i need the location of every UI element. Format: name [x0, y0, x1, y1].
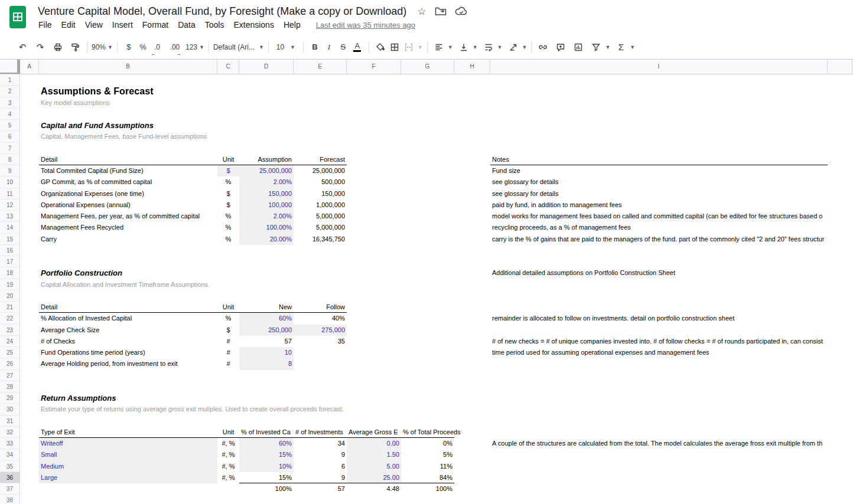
cell-C26[interactable]: #	[217, 358, 239, 369]
cell-B15[interactable]: Carry	[39, 234, 217, 245]
cell-C13[interactable]: %	[217, 211, 239, 222]
redo-icon[interactable]: ↷	[33, 40, 47, 54]
print-icon[interactable]	[51, 40, 65, 54]
cell-C21[interactable]: Unit	[217, 302, 239, 313]
cell-B26[interactable]: Average Holding period, from investment …	[39, 358, 217, 369]
cell-E21[interactable]: Follow	[294, 302, 347, 313]
menu-format[interactable]: Format	[142, 20, 168, 30]
cell-I8[interactable]: Notes	[490, 154, 828, 165]
format-percent-button[interactable]: %	[136, 40, 150, 54]
cell-B25[interactable]: Fund Operations time period (years)	[39, 347, 217, 358]
cell-G35[interactable]: 11%	[401, 461, 454, 472]
cell-B18[interactable]: Portfolio Construction	[39, 267, 217, 279]
cell-B8[interactable]: Detail	[39, 154, 217, 165]
column-header-overflow[interactable]	[828, 60, 852, 74]
cloud-status-icon[interactable]	[455, 6, 468, 16]
cell-F37[interactable]: 4.48	[347, 483, 401, 495]
column-header-D[interactable]: D	[239, 60, 294, 74]
cell-E14[interactable]: 5,000,000	[294, 222, 347, 233]
menu-help[interactable]: Help	[284, 20, 301, 30]
fill-color-icon[interactable]	[373, 40, 388, 54]
cell-B12[interactable]: Operational Expenses (annual)	[39, 199, 217, 211]
filter-views-dropdown[interactable]: ▼	[605, 44, 610, 50]
menu-data[interactable]: Data	[178, 20, 196, 30]
document-title[interactable]: Venture Capital Model, Overall Fund, by …	[38, 5, 406, 18]
cell-D37[interactable]: 100%	[239, 483, 294, 495]
cell-E33[interactable]: 34	[294, 438, 347, 449]
cell-I13[interactable]: model works for management fees based on…	[490, 211, 828, 222]
cell-B19[interactable]: Capital Allocation and Investment Timefr…	[39, 279, 217, 290]
cell-E23[interactable]: 275,000	[294, 325, 347, 336]
cell-I12[interactable]: paid by fund, in addition to management …	[490, 199, 828, 211]
cell-E8[interactable]: Forecast	[294, 154, 347, 165]
cell-D15[interactable]: 20.00%	[239, 234, 294, 245]
cell-B2[interactable]: Assumptions & Forecast	[39, 86, 217, 97]
column-header-A[interactable]: A	[20, 60, 39, 74]
cell-G36[interactable]: 84%	[401, 472, 454, 483]
cell-D8[interactable]: Assumption	[239, 154, 294, 165]
increase-decimal-button[interactable]: .00→	[168, 40, 182, 54]
cell-I33[interactable]: A couple of the structures are calculate…	[490, 438, 828, 449]
cell-B33[interactable]: Writeoff	[39, 438, 217, 449]
cell-B35[interactable]: Medium	[39, 461, 217, 472]
cell-C12[interactable]: $	[217, 199, 239, 211]
cell-I18[interactable]: Additional detailed assumptions on Portf…	[490, 267, 828, 279]
cell-B3[interactable]: Key model assumptions	[39, 97, 217, 109]
cell-I11[interactable]: see glossary for details	[490, 188, 828, 199]
menu-extensions[interactable]: Extensions	[233, 20, 274, 30]
cell-B6[interactable]: Capital, Management Fees, base Fund-leve…	[39, 131, 217, 142]
cell-B22[interactable]: % Allocation of Invested Capital	[39, 313, 217, 324]
insert-comment-icon[interactable]	[554, 40, 568, 54]
menu-tools[interactable]: Tools	[205, 20, 224, 30]
cell-F33[interactable]: 0.00	[347, 438, 401, 449]
column-header-F[interactable]: F	[347, 60, 401, 74]
cell-E24[interactable]: 35	[294, 336, 347, 347]
cell-G33[interactable]: 0%	[401, 438, 454, 449]
menu-view[interactable]: View	[85, 20, 103, 30]
cell-D14[interactable]: 100.00%	[239, 222, 294, 233]
cell-I22[interactable]: remainder is allocated to follow on inve…	[490, 313, 828, 324]
last-edit-link[interactable]: Last edit was 35 minutes ago	[316, 21, 415, 30]
cell-G34[interactable]: 5%	[401, 449, 454, 460]
cell-D36[interactable]: 15%	[239, 472, 294, 483]
cell-C24[interactable]: #	[217, 336, 239, 347]
format-currency-button[interactable]: $	[122, 40, 136, 54]
text-rotation-icon[interactable]	[506, 40, 520, 54]
horizontal-align-dropdown[interactable]: ▼	[448, 44, 453, 50]
menu-insert[interactable]: Insert	[112, 20, 133, 30]
text-color-button[interactable]: A	[350, 40, 364, 54]
cell-B23[interactable]: Average Check Size	[39, 325, 217, 336]
cell-D26[interactable]: 8	[239, 358, 294, 369]
cell-D33[interactable]: 60%	[239, 438, 294, 449]
cell-D9[interactable]: 25,000,000	[239, 165, 294, 176]
font-size-select[interactable]: 10▼	[273, 40, 299, 54]
move-folder-icon[interactable]	[435, 6, 447, 16]
cell-I25[interactable]: time period used for assuming operationa…	[490, 347, 828, 358]
cell-D13[interactable]: 2.00%	[239, 211, 294, 222]
cell-B34[interactable]: Small	[39, 449, 217, 460]
cell-C25[interactable]: #	[217, 347, 239, 358]
font-select[interactable]: Default (Ari...▼	[213, 40, 264, 54]
decrease-decimal-button[interactable]: .0←	[150, 40, 164, 54]
cell-B29[interactable]: Return Assumptions	[39, 392, 217, 404]
cell-C23[interactable]: $	[217, 325, 239, 336]
cell-C15[interactable]: %	[217, 234, 239, 245]
cell-C36[interactable]: #, %	[217, 472, 239, 483]
cell-D35[interactable]: 10%	[239, 461, 294, 472]
cell-G37[interactable]: 100%	[401, 483, 454, 495]
cell-E22[interactable]: 40%	[294, 313, 347, 324]
cell-D11[interactable]: 150,000	[239, 188, 294, 199]
cell-C14[interactable]: %	[217, 222, 239, 233]
cell-D12[interactable]: 100,000	[239, 199, 294, 211]
cell-E15[interactable]: 16,345,750	[294, 234, 347, 245]
cell-F34[interactable]: 1.50	[347, 449, 401, 460]
cell-C33[interactable]: #, %	[217, 438, 239, 449]
cell-E34[interactable]: 9	[294, 449, 347, 460]
cell-D10[interactable]: 2.00%	[239, 176, 294, 188]
filter-icon[interactable]	[589, 40, 603, 54]
merge-dropdown[interactable]: ▼	[418, 44, 423, 50]
cell-C10[interactable]: %	[217, 176, 239, 188]
more-formats-button[interactable]: 123▼	[185, 40, 204, 54]
cell-D21[interactable]: New	[239, 302, 294, 313]
cell-B13[interactable]: Management Fees, per year, as % of commi…	[39, 211, 217, 222]
